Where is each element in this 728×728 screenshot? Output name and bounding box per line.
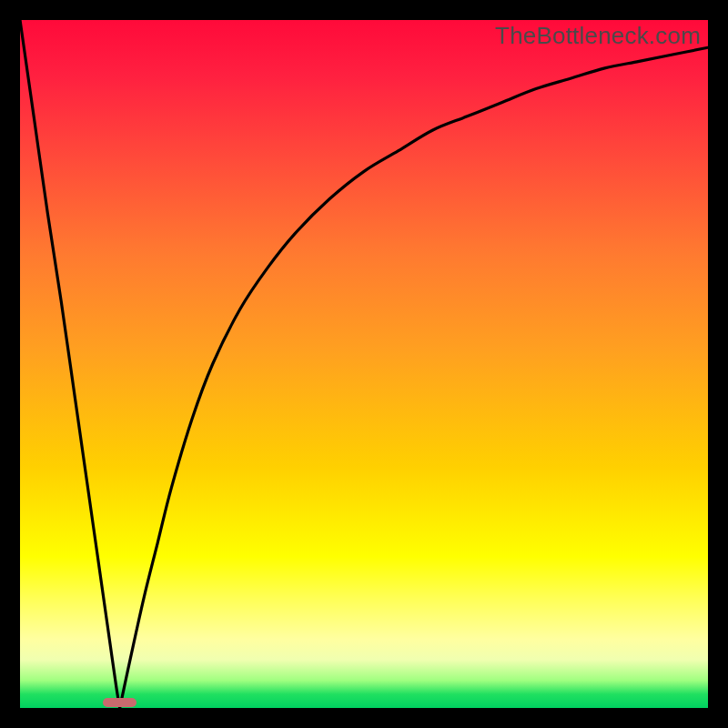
chart-curve [20,20,708,708]
minimum-marker [103,698,136,708]
plot-area: TheBottleneck.com [20,20,708,708]
chart-frame: TheBottleneck.com [0,0,728,728]
watermark: TheBottleneck.com [495,22,701,50]
